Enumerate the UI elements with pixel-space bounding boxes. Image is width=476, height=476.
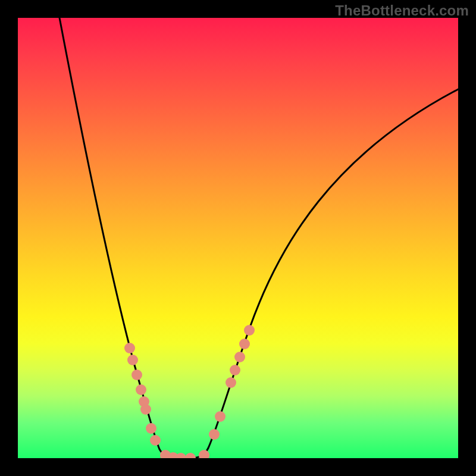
data-point: [226, 377, 236, 388]
data-point: [234, 352, 245, 362]
watermark-text: TheBottleneck.com: [335, 2, 469, 19]
data-point: [244, 325, 255, 336]
data-point: [150, 435, 161, 446]
data-point: [176, 453, 186, 458]
bottleneck-curve: [60, 18, 458, 458]
data-point: [131, 369, 142, 380]
data-point: [136, 384, 146, 395]
data-point: [209, 429, 220, 440]
data-point: [127, 355, 138, 365]
data-point: [239, 339, 250, 349]
data-point: [146, 423, 156, 434]
chart-plot: [18, 18, 458, 458]
data-points: [124, 325, 255, 458]
data-point: [124, 343, 135, 353]
data-point: [185, 453, 196, 458]
data-point: [230, 365, 240, 375]
data-point: [199, 450, 209, 458]
data-point: [215, 411, 226, 422]
data-point: [140, 404, 151, 415]
